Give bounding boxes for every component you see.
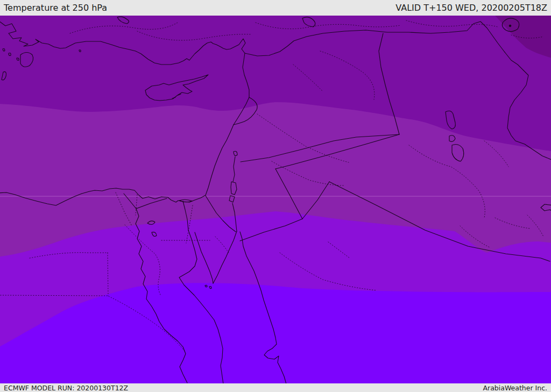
model-run-label: ECMWF MODEL RUN: 20200130T12Z xyxy=(4,384,128,392)
valid-time-label: VALID T+150 WED, 20200205T18Z xyxy=(395,3,547,13)
lake-van-island xyxy=(509,25,511,27)
temperature-map-canvas xyxy=(0,16,551,383)
footer-bar: ECMWF MODEL RUN: 20200130T12Z ArabiaWeat… xyxy=(0,383,551,392)
weather-map xyxy=(0,16,551,383)
credit-label: ArabiaWeather Inc. xyxy=(483,384,547,392)
map-title: Temperature at 250 hPa xyxy=(4,3,107,13)
header-bar: Temperature at 250 hPa VALID T+150 WED, … xyxy=(0,0,551,16)
